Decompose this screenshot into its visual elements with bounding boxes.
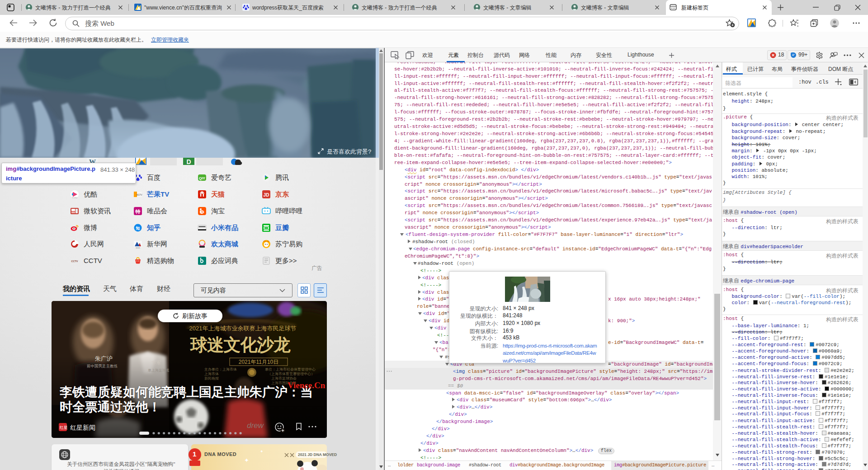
svg-text:MGTV: MGTV: [137, 194, 142, 196]
svg-text:YOUKU: YOUKU: [72, 197, 78, 199]
svg-text:QIY: QIY: [199, 176, 205, 180]
svg-text:drew: drew: [247, 421, 264, 430]
svg-text:特: 特: [135, 209, 141, 214]
svg-text:D: D: [186, 158, 191, 165]
svg-text:JD: JD: [264, 193, 269, 197]
svg-text:知: 知: [136, 226, 140, 230]
svg-text:CCTV: CCTV: [71, 260, 78, 263]
svg-text:NEWS: NEWS: [136, 247, 140, 249]
svg-text:淘: 淘: [201, 211, 203, 213]
